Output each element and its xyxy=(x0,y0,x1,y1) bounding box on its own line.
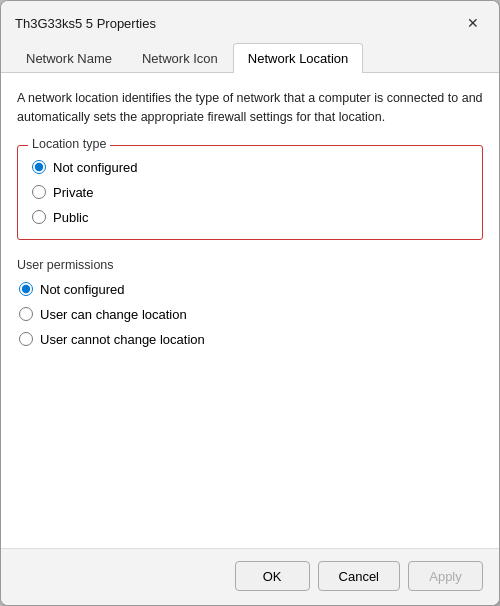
ok-button[interactable]: OK xyxy=(235,561,310,591)
perm-not-configured-label: Not configured xyxy=(40,282,125,297)
title-bar: Th3G33ks5 5 Properties ✕ xyxy=(1,1,499,43)
location-private-radio[interactable] xyxy=(32,185,46,199)
perm-cannot-change-label: User cannot change location xyxy=(40,332,205,347)
tab-network-location[interactable]: Network Location xyxy=(233,43,363,73)
location-private-label: Private xyxy=(53,185,93,200)
properties-window: Th3G33ks5 5 Properties ✕ Network Name Ne… xyxy=(0,0,500,606)
location-private-option[interactable]: Private xyxy=(32,185,468,200)
close-button[interactable]: ✕ xyxy=(461,11,485,35)
tabs-container: Network Name Network Icon Network Locati… xyxy=(1,43,499,73)
location-type-radio-group: Not configured Private Public xyxy=(32,160,468,225)
apply-button[interactable]: Apply xyxy=(408,561,483,591)
location-type-label: Location type xyxy=(28,137,110,151)
perm-cannot-change-radio[interactable] xyxy=(19,332,33,346)
location-type-group: Location type Not configured Private Pub… xyxy=(17,145,483,240)
main-content: A network location identifies the type o… xyxy=(1,73,499,548)
perm-not-configured-radio[interactable] xyxy=(19,282,33,296)
location-public-label: Public xyxy=(53,210,88,225)
perm-cannot-change-option[interactable]: User cannot change location xyxy=(19,332,483,347)
window-title: Th3G33ks5 5 Properties xyxy=(15,16,156,31)
perm-can-change-option[interactable]: User can change location xyxy=(19,307,483,322)
tab-network-icon[interactable]: Network Icon xyxy=(127,43,233,73)
location-not-configured-option[interactable]: Not configured xyxy=(32,160,468,175)
location-public-option[interactable]: Public xyxy=(32,210,468,225)
user-permissions-section: User permissions Not configured User can… xyxy=(17,258,483,347)
location-not-configured-radio[interactable] xyxy=(32,160,46,174)
perm-can-change-label: User can change location xyxy=(40,307,187,322)
perm-not-configured-option[interactable]: Not configured xyxy=(19,282,483,297)
location-public-radio[interactable] xyxy=(32,210,46,224)
button-bar: OK Cancel Apply xyxy=(1,548,499,605)
permissions-radio-group: Not configured User can change location … xyxy=(17,282,483,347)
user-permissions-label: User permissions xyxy=(17,258,483,272)
perm-can-change-radio[interactable] xyxy=(19,307,33,321)
cancel-button[interactable]: Cancel xyxy=(318,561,400,591)
location-not-configured-label: Not configured xyxy=(53,160,138,175)
description-text: A network location identifies the type o… xyxy=(17,89,483,127)
tab-network-name[interactable]: Network Name xyxy=(11,43,127,73)
